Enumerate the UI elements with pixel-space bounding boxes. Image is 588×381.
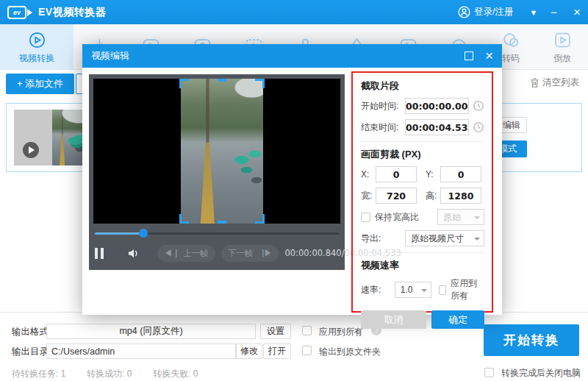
output-to-source-label: 输出到原文件夹 — [319, 346, 381, 358]
rate-select[interactable]: 1.0 — [395, 282, 431, 298]
clock-icon[interactable] — [473, 121, 484, 133]
dialog-close-icon[interactable]: × — [485, 50, 493, 62]
start-time-label: 开始时间: — [361, 100, 405, 113]
caret-down-icon — [474, 216, 480, 219]
reverse-play-icon — [553, 30, 573, 50]
speed-heading: 视频速率 — [361, 259, 484, 272]
prev-frame-button[interactable]: ◀▏ 上一帧 — [157, 245, 215, 262]
pending-count: 1 — [61, 368, 66, 379]
dialog-title-bar: 视频编辑 × — [82, 44, 502, 68]
minimize-button[interactable]: − — [551, 9, 557, 16]
output-format-label: 输出格式 — [12, 326, 49, 338]
success-count: 0 — [127, 368, 132, 379]
crop-w-label: 宽: — [361, 190, 376, 202]
ratio-select[interactable]: 原始 — [437, 209, 484, 225]
user-icon — [458, 6, 470, 18]
transcode-icon — [501, 30, 521, 50]
apply-all-label: 应用到所有 — [319, 326, 363, 338]
status-bar: 待转换任务: 1 转换成功: 0 转换失败: 0 — [12, 368, 198, 380]
failed-count: 0 — [193, 368, 198, 379]
thumbnail-image — [52, 110, 83, 165]
crop-x-field[interactable] — [376, 166, 417, 182]
shutdown-checkbox[interactable] — [484, 368, 494, 377]
open-dir-button[interactable]: 打开 — [263, 343, 291, 359]
failed-label: 转换失败: — [153, 368, 190, 379]
progress-fill — [95, 232, 143, 235]
shutdown-label: 转换完成后关闭电脑 — [501, 368, 581, 378]
speed-apply-all-label: 应用到所有 — [451, 277, 484, 302]
video-screen — [93, 79, 340, 224]
crop-y-field[interactable] — [440, 166, 481, 182]
close-button[interactable]: × — [573, 5, 581, 20]
video-frame — [181, 79, 263, 224]
dialog-title: 视频编辑 — [91, 49, 129, 63]
play-preview-icon[interactable] — [23, 142, 39, 158]
export-size-select[interactable]: 原始视频尺寸 — [405, 230, 484, 246]
crop-handle-bottom-right[interactable] — [255, 214, 265, 224]
apply-all-checkbox[interactable] — [302, 326, 312, 335]
convert-play-icon — [27, 30, 47, 50]
crop-heading: 画面剪裁 (PX) — [361, 148, 484, 161]
pending-label: 待转换任务: — [12, 368, 58, 379]
keep-ratio-checkbox[interactable] — [361, 213, 370, 222]
rate-label: 速率: — [361, 284, 395, 296]
output-dir-label: 输出目录 — [12, 346, 49, 358]
app-logo-icon: ev — [7, 6, 32, 19]
output-panel: 输出格式 设置 应用到所有 ? 输出目录 修改 打开 输出到原文件夹 开始转换 … — [0, 312, 588, 381]
video-edit-dialog: 视频编辑 × — [82, 44, 502, 315]
caret-down-icon — [421, 289, 427, 292]
clock-icon[interactable] — [473, 100, 484, 112]
output-format-field[interactable] — [46, 324, 256, 339]
crop-w-field[interactable] — [376, 188, 417, 204]
crop-handle-bottom-left[interactable] — [179, 214, 189, 224]
success-label: 转换成功: — [87, 368, 124, 379]
dialog-maximize-icon[interactable] — [465, 51, 473, 60]
start-convert-button[interactable]: 开始转换 — [484, 324, 579, 356]
crop-handle-top-right[interactable] — [255, 79, 265, 88]
add-file-button[interactable]: + 添加文件 — [6, 74, 74, 94]
crop-y-label: Y: — [426, 169, 440, 179]
caret-down-icon — [474, 238, 480, 241]
keep-ratio-label: 保持宽高比 — [375, 211, 419, 224]
tab-reverse[interactable]: 倒放 — [537, 24, 588, 70]
crop-handle-top-mid[interactable] — [218, 79, 226, 82]
crop-h-field[interactable] — [440, 188, 481, 204]
format-settings-button[interactable]: 设置 — [260, 324, 291, 339]
title-bar: ev EV视频转换器 登录/注册 ▼ − × — [0, 0, 588, 24]
crop-x-label: X: — [361, 169, 376, 179]
crop-h-label: 高: — [426, 190, 440, 202]
pause-icon[interactable] — [95, 248, 104, 259]
volume-icon[interactable] — [127, 248, 141, 259]
seek-slider[interactable] — [95, 229, 339, 238]
clear-list-button[interactable]: 清空列表 — [530, 76, 579, 89]
next-frame-button[interactable]: 下一帧 ▕▶ — [221, 245, 279, 262]
crop-handle-bottom-mid[interactable] — [218, 221, 226, 224]
end-time-field[interactable] — [405, 119, 469, 135]
seek-knob[interactable] — [139, 229, 148, 238]
skin-menu-icon[interactable]: ▼ — [529, 8, 537, 17]
speed-apply-all-checkbox[interactable] — [439, 285, 446, 295]
ok-button[interactable]: 确定 — [431, 310, 484, 329]
app-title: EV视频转换器 — [38, 6, 106, 19]
cancel-button[interactable]: 取消 — [361, 310, 426, 329]
output-to-source-checkbox[interactable] — [302, 346, 312, 355]
next-frame-icon: ▕▶ — [255, 249, 272, 257]
edit-settings-panel: 截取片段 开始时间: 结束时间: 画面剪裁 (PX) X: — [351, 71, 493, 313]
end-time-label: 结束时间: — [361, 121, 405, 134]
app-window: ev EV视频转换器 登录/注册 ▼ − × 视频转换 — [0, 0, 588, 381]
trim-heading: 截取片段 — [361, 79, 484, 93]
output-dir-field[interactable] — [46, 343, 236, 359]
prev-frame-icon: ◀▏ — [164, 249, 181, 257]
trash-icon — [530, 77, 539, 88]
export-label: 导出: — [361, 232, 405, 245]
player-controls: ◀▏ 上一帧 下一帧 ▕▶ 00:00:00.840/00:00:04.533 — [95, 242, 339, 264]
start-time-field[interactable] — [405, 98, 469, 114]
video-player: ◀▏ 上一帧 下一帧 ▕▶ 00:00:00.840/00:00:04.533 — [89, 74, 345, 270]
crop-handle-top-left[interactable] — [179, 79, 189, 88]
tab-video-convert[interactable]: 视频转换 — [0, 24, 74, 70]
login-register-button[interactable]: 登录/注册 — [458, 6, 513, 18]
modify-dir-button[interactable]: 修改 — [236, 343, 262, 359]
video-thumbnail — [14, 110, 83, 165]
